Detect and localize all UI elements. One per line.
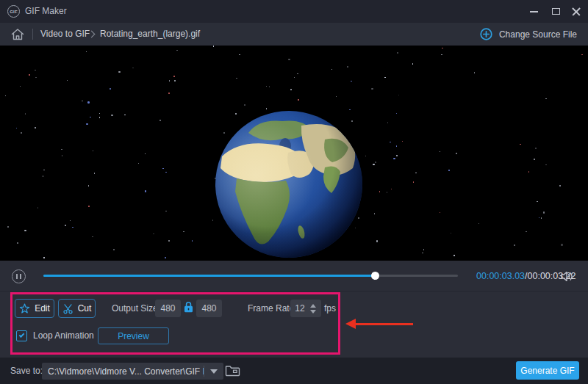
preview-button[interactable]: Preview — [98, 327, 169, 344]
lock-icon — [184, 301, 193, 313]
aspect-lock-button[interactable] — [184, 301, 193, 315]
open-folder-button[interactable] — [225, 364, 240, 379]
gif-maker-window: GIF GIF Maker Video to GIF Rotating_eart… — [0, 0, 588, 384]
save-path-value: C:\Vidmore\Vidmore V... Converter\GIF Ma… — [42, 366, 204, 377]
save-path-dropdown[interactable]: C:\Vidmore\Vidmore V... Converter\GIF Ma… — [42, 363, 223, 380]
scissors-icon — [62, 303, 74, 314]
stepper-arrows[interactable] — [310, 304, 316, 314]
edit-button-label: Edit — [35, 303, 50, 314]
window-title: GIF Maker — [25, 0, 67, 23]
edit-button[interactable]: Edit — [15, 299, 54, 318]
seek-handle[interactable] — [371, 272, 379, 280]
frame-rate-stepper[interactable] — [290, 300, 321, 317]
seek-bar-fill — [43, 275, 375, 277]
toolbar: Edit Cut Output Size: Frame Rate: — [0, 291, 588, 358]
save-to-label: Save to: — [10, 358, 43, 384]
plus-circle-icon — [480, 28, 492, 40]
title-bar: GIF GIF Maker — [0, 0, 588, 23]
stepper-up-icon[interactable] — [310, 304, 316, 308]
frame-rate-label: Frame Rate: — [248, 299, 297, 318]
arrow-shaft — [354, 323, 413, 325]
home-icon — [10, 28, 25, 41]
current-time: 00:00:03.03 — [476, 271, 525, 281]
video-preview-area — [0, 46, 588, 261]
generate-gif-button[interactable]: Generate GIF — [516, 361, 579, 380]
loop-animation-row: Loop Animation — [16, 329, 94, 342]
app-logo-icon: GIF — [7, 5, 20, 18]
output-size-label: Output Size: — [112, 299, 160, 318]
caret-down-icon — [210, 369, 218, 374]
minimize-button[interactable] — [523, 0, 544, 23]
volume-button[interactable] — [560, 261, 574, 291]
folder-icon — [225, 364, 240, 377]
loop-animation-checkbox[interactable] — [16, 330, 27, 341]
stepper-down-icon[interactable] — [310, 310, 316, 314]
breadcrumb-bar: Video to GIF Rotating_earth_(large).gif … — [0, 23, 588, 46]
breadcrumb-divider — [32, 29, 33, 40]
seek-bar[interactable] — [43, 275, 458, 277]
maximize-icon — [552, 8, 560, 15]
checkmark-icon — [18, 332, 24, 338]
pause-button[interactable] — [12, 269, 26, 283]
speaker-icon — [560, 271, 574, 282]
fps-unit-label: fps — [324, 299, 336, 318]
save-bar: Save to: C:\Vidmore\Vidmore V... Convert… — [0, 358, 588, 384]
breadcrumb-section[interactable]: Video to GIF — [40, 23, 90, 46]
cut-button-label: Cut — [78, 303, 92, 314]
frame-rate-value-field[interactable] — [290, 303, 309, 314]
output-width-field[interactable] — [155, 300, 181, 317]
magic-star-icon — [19, 303, 30, 314]
maximize-button[interactable] — [545, 0, 566, 23]
home-button[interactable] — [10, 28, 25, 41]
pause-icon — [16, 274, 18, 279]
change-source-file-label: Change Source File — [499, 29, 577, 40]
close-icon — [572, 7, 581, 16]
dropdown-caret-button[interactable] — [204, 369, 223, 374]
output-height-field[interactable] — [196, 300, 222, 317]
change-source-file-button[interactable]: Change Source File — [480, 23, 577, 46]
annotation-arrow-left — [345, 319, 414, 329]
earth-globe-frame — [215, 110, 363, 258]
close-button[interactable] — [566, 0, 587, 23]
cut-button[interactable]: Cut — [58, 299, 96, 318]
breadcrumb-file-name: Rotating_earth_(large).gif — [100, 23, 200, 46]
minimize-icon — [530, 11, 538, 12]
player-bar: 00:00:03.03/00:00:03.22 — [0, 261, 588, 291]
loop-animation-label: Loop Animation — [33, 330, 94, 341]
